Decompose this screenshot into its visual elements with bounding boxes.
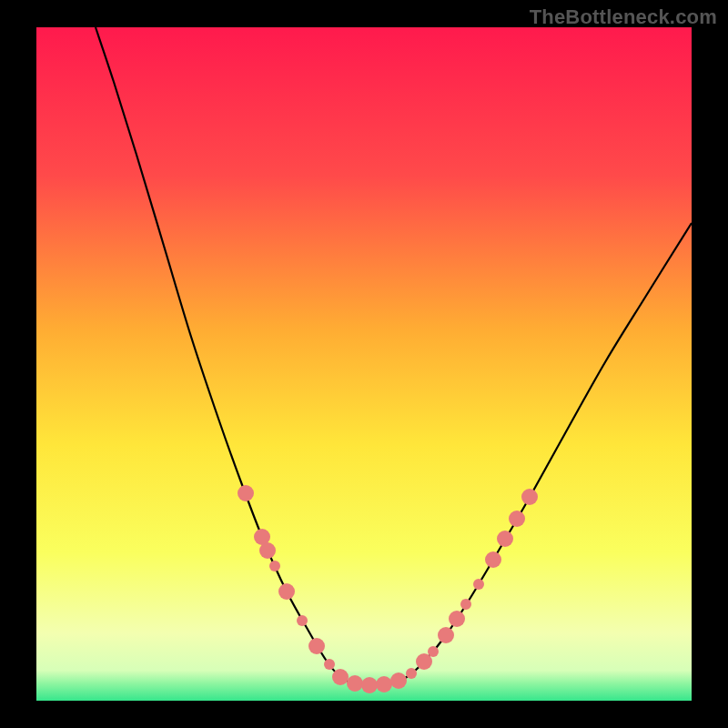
data-marker [259,542,276,559]
data-marker [308,638,325,654]
data-marker [278,583,295,600]
data-marker [332,669,349,685]
plot-area [36,27,692,701]
data-marker [473,579,484,590]
data-marker [497,531,513,547]
bottleneck-curve [96,27,692,685]
data-marker [428,646,439,657]
data-marker [406,668,417,679]
data-marker [324,659,335,670]
curve-overlay [36,27,692,701]
data-marker [297,615,308,626]
data-markers [238,485,538,693]
chart-container: TheBottleneck.com [0,0,728,728]
data-marker [485,551,501,568]
data-marker [438,627,454,643]
data-marker [347,675,363,692]
data-marker [449,611,465,627]
data-marker [509,511,525,527]
data-marker [521,489,538,505]
data-marker [376,676,392,693]
data-marker [238,485,254,501]
data-marker [269,561,280,571]
data-marker [390,672,407,689]
data-marker [361,677,378,693]
watermark-text: TheBottleneck.com [530,5,717,29]
data-marker [460,599,471,610]
